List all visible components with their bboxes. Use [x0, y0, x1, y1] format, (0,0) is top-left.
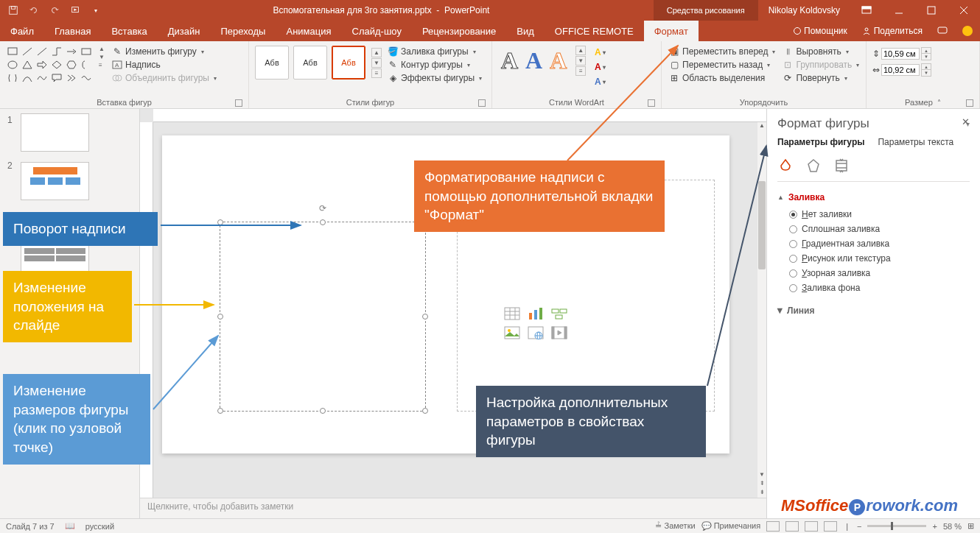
pane-close-icon[interactable]: ✕	[962, 116, 970, 127]
bring-forward-button[interactable]: ▣Переместить вперед▾	[668, 46, 777, 57]
style-item[interactable]: Абв	[255, 46, 289, 80]
fill-gradient-radio[interactable]: Градиентная заливка	[789, 236, 970, 251]
shape-block-arrow-icon[interactable]	[35, 59, 49, 71]
selection-pane-button[interactable]: ⊞Область выделения	[668, 72, 777, 84]
reading-view-icon[interactable]	[805, 521, 818, 532]
effects-tab-icon[interactable]	[805, 158, 822, 174]
tab-file[interactable]: Файл	[0, 21, 44, 41]
tab-design[interactable]: Дизайн	[158, 21, 211, 41]
normal-view-icon[interactable]	[766, 521, 780, 532]
fill-solid-radio[interactable]: Сплошная заливка	[789, 222, 970, 236]
selected-shape[interactable]: ⟳	[220, 222, 426, 412]
slide-thumbnail[interactable]	[21, 113, 89, 152]
resize-handle[interactable]	[217, 314, 223, 320]
shape-triangle-icon[interactable]	[21, 59, 34, 71]
prev-slide-icon[interactable]: ⇞	[757, 480, 766, 489]
shape-more-icon[interactable]	[65, 72, 78, 84]
text-box-button[interactable]: AНадпись	[111, 59, 218, 71]
zoom-level[interactable]: 58 %	[943, 522, 962, 531]
notes-pane[interactable]: Щелкните, чтобы добавить заметки	[140, 498, 766, 518]
slide-thumbnail[interactable]	[21, 162, 89, 200]
shape-outline-button[interactable]: ✎Контур фигуры▾	[386, 59, 483, 71]
shapes-gallery[interactable]	[6, 46, 93, 84]
shape-rect2-icon[interactable]	[80, 46, 93, 57]
resize-handle[interactable]	[217, 408, 223, 414]
dialog-launcher-icon[interactable]	[648, 99, 655, 107]
shape-hex-icon[interactable]	[65, 59, 78, 71]
rotate-button[interactable]: ⟳Повернуть▾	[781, 72, 861, 84]
comments-toggle[interactable]: 💬 Примечания	[701, 521, 761, 531]
dialog-launcher-icon[interactable]	[478, 99, 486, 107]
scroll-up-icon[interactable]: ▲	[757, 122, 766, 131]
resize-handle[interactable]	[422, 314, 428, 320]
section-fill-header[interactable]: ▲Заливка	[777, 192, 970, 202]
user-name[interactable]: Nikolay Koldovsky	[758, 5, 850, 15]
shape-fill-button[interactable]: 🪣Заливка фигуры▾	[386, 46, 483, 57]
text-fill-icon[interactable]: A▾	[593, 46, 606, 59]
text-outline-icon[interactable]: A▾	[593, 60, 606, 74]
dialog-launcher-icon[interactable]	[966, 99, 973, 107]
width-input[interactable]	[881, 64, 920, 76]
tab-slideshow[interactable]: Слайд-шоу	[342, 21, 412, 41]
tab-transitions[interactable]: Переходы	[210, 21, 276, 41]
shape-callout-icon[interactable]	[50, 72, 63, 84]
shape-star-icon[interactable]	[6, 72, 19, 84]
rotation-handle-icon[interactable]: ⟳	[319, 203, 326, 213]
wordart-gallery[interactable]: А А А ▲▼≡	[498, 46, 589, 76]
style-item[interactable]: Абв	[293, 46, 327, 80]
scroll-thumb[interactable]	[758, 181, 766, 269]
fill-line-tab-icon[interactable]	[777, 158, 794, 174]
shapes-gallery-expand[interactable]: ▲▼≡	[97, 46, 106, 68]
slideshow-view-icon[interactable]	[824, 521, 837, 532]
tab-home[interactable]: Главная	[44, 21, 101, 41]
qat-dropdown-icon[interactable]: ▾	[87, 1, 105, 19]
shape-curve-icon[interactable]	[21, 72, 34, 84]
fill-background-radio[interactable]: Заливка фона	[789, 280, 970, 295]
insert-picture-icon[interactable]	[502, 325, 522, 341]
shape-brace-icon[interactable]	[80, 59, 93, 71]
minimize-icon[interactable]	[883, 0, 915, 21]
shape-arrow-icon[interactable]	[65, 46, 78, 57]
ribbon-display-options-icon[interactable]	[850, 0, 883, 21]
maximize-icon[interactable]	[915, 0, 948, 21]
feedback-button[interactable]	[930, 21, 955, 41]
shape-line2-icon[interactable]	[35, 46, 49, 57]
wordart-item[interactable]: А	[501, 47, 518, 74]
height-spinner[interactable]: ▲▼	[921, 47, 931, 60]
share-button[interactable]: Поделиться	[855, 21, 930, 41]
shape-line-icon[interactable]	[21, 46, 34, 57]
width-spinner[interactable]: ▲▼	[921, 63, 931, 77]
text-effects-icon[interactable]: A▾	[593, 75, 606, 88]
resize-handle[interactable]	[320, 408, 326, 414]
resize-handle[interactable]	[320, 219, 326, 225]
insert-online-picture-icon[interactable]	[525, 325, 546, 341]
section-line-header[interactable]: ▶Линия	[777, 306, 970, 316]
resize-handle[interactable]	[422, 408, 428, 414]
tab-review[interactable]: Рецензирование	[412, 21, 506, 41]
tell-me-button[interactable]: Помощник	[786, 21, 855, 41]
fit-to-window-icon[interactable]: ⊞	[967, 521, 974, 531]
gallery-nav[interactable]: ▲▼≡	[371, 48, 382, 78]
shape-effects-button[interactable]: ◈Эффекты фигуры▾	[386, 72, 483, 84]
pane-tab-shape-options[interactable]: Параметры фигуры	[777, 137, 864, 147]
slide-indicator[interactable]: Слайд 7 из 7	[6, 522, 55, 531]
tab-office-remote[interactable]: OFFICE REMOTE	[545, 21, 644, 41]
shape-oval-icon[interactable]	[6, 59, 19, 71]
fill-pattern-radio[interactable]: Узорная заливка	[789, 266, 970, 280]
undo-icon[interactable]	[25, 1, 43, 19]
tab-view[interactable]: Вид	[506, 21, 545, 41]
start-from-beginning-icon[interactable]	[66, 1, 84, 19]
edit-shape-button[interactable]: ✎Изменить фигуру▾	[111, 46, 218, 57]
fill-none-radio[interactable]: Нет заливки	[789, 207, 970, 222]
align-button[interactable]: ⫴Выровнять▾	[781, 46, 861, 57]
resize-handle[interactable]	[217, 219, 223, 225]
spellcheck-icon[interactable]: 📖	[65, 521, 75, 531]
tab-format[interactable]: Формат	[644, 21, 699, 41]
fill-picture-radio[interactable]: Рисунок или текстура	[789, 251, 970, 266]
scroll-down-icon[interactable]: ▼	[757, 471, 766, 480]
tab-animations[interactable]: Анимация	[276, 21, 341, 41]
pane-tab-text-options[interactable]: Параметры текста	[878, 137, 953, 147]
insert-chart-icon[interactable]	[525, 306, 546, 322]
shape-diamond-icon[interactable]	[50, 59, 63, 71]
gallery-nav[interactable]: ▲▼≡	[575, 46, 586, 76]
